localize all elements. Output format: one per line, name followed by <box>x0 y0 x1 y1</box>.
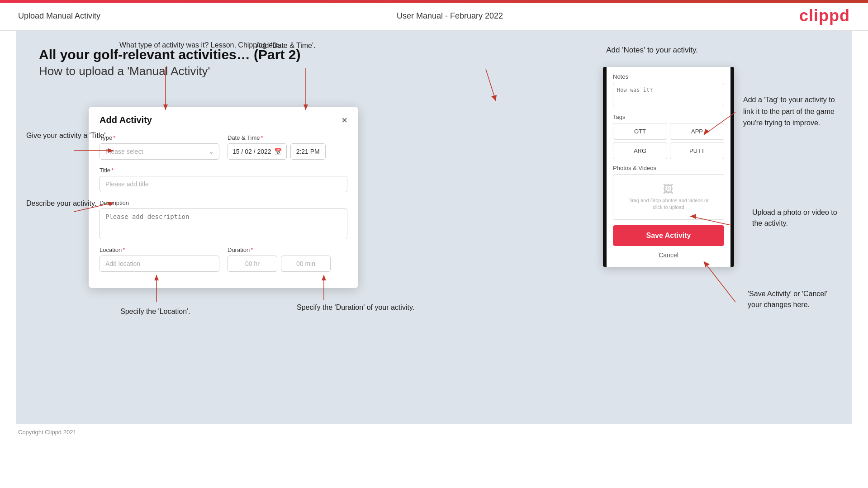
tag-arg[interactable]: ARG <box>613 142 667 159</box>
annotation-datetime: Add 'Date & Time'. <box>256 41 316 51</box>
dialog-header: Add Activity × <box>89 107 358 130</box>
photos-drop-area[interactable]: 🖼 Drag and Drop photos and videos orclic… <box>613 174 724 220</box>
logo: clippd <box>799 6 850 25</box>
title-group: Title* <box>100 167 347 192</box>
duration-inputs <box>228 256 347 272</box>
phone-panel: Notes Tags OTT APP ARG PUTT Photos & Vid… <box>603 67 734 267</box>
annotation-location: Specify the 'Location'. <box>120 307 190 317</box>
annotation-photo: Upload a photo or video to the activity. <box>752 207 843 229</box>
location-input[interactable] <box>100 256 219 272</box>
add-activity-dialog: Add Activity × Type* Please select ⌄ <box>89 107 358 288</box>
time-input[interactable]: 2:21 PM <box>290 143 326 160</box>
manual-label: User Manual - February 2022 <box>397 11 503 21</box>
notes-label: Notes <box>613 73 724 80</box>
date-input[interactable]: 15 / 02 / 2022 📅 <box>228 143 287 160</box>
annotation-save-cancel: 'Save Activity' or 'Cancel' your changes… <box>748 289 843 310</box>
dialog-title: Add Activity <box>100 115 152 125</box>
duration-group: Duration* <box>228 246 347 272</box>
datetime-group: Date & Time* 15 / 02 / 2022 📅 2:21 PM <box>228 134 347 160</box>
annotation-title: Give your activity a 'Title'. <box>26 130 108 141</box>
tags-section: Tags OTT APP ARG PUTT <box>613 114 724 159</box>
tags-grid: OTT APP ARG PUTT <box>613 123 724 159</box>
title-input[interactable] <box>100 176 347 192</box>
tag-putt[interactable]: PUTT <box>670 142 724 159</box>
cancel-button[interactable]: Cancel <box>659 250 678 261</box>
form-row-type-datetime: Type* Please select ⌄ Date & Time* <box>100 134 347 160</box>
annotation-describe: Describe your activity. <box>26 198 96 209</box>
description-label: Description <box>100 199 347 206</box>
form-row-location-duration: Location* Duration* <box>100 246 347 272</box>
location-label: Location* <box>100 246 219 253</box>
datetime-label: Date & Time* <box>228 134 347 141</box>
dialog-close-button[interactable]: × <box>342 115 347 125</box>
tags-label: Tags <box>613 114 724 120</box>
phone-panel-inner: Notes Tags OTT APP ARG PUTT Photos & Vid… <box>607 67 730 267</box>
duration-min-input[interactable] <box>281 256 331 272</box>
dialog-body: Type* Please select ⌄ Date & Time* <box>89 130 358 288</box>
main-content: All your golf-relevant activities… (Part… <box>16 31 852 424</box>
title-label: Title* <box>100 167 347 174</box>
annotation-duration: Specify the 'Duration' of your activity. <box>297 302 414 313</box>
svg-marker-13 <box>491 95 497 101</box>
photos-drop-text: Drag and Drop photos and videos orclick … <box>617 197 720 211</box>
copyright: Copyright Clippd 2021 <box>0 424 868 440</box>
tag-ott[interactable]: OTT <box>613 123 667 140</box>
location-group: Location* <box>100 246 219 272</box>
photos-label: Photos & Videos <box>613 165 724 171</box>
description-group: Description <box>100 199 347 239</box>
duration-hr-input[interactable] <box>228 256 277 272</box>
type-label: Type* <box>100 134 219 141</box>
photos-section: Photos & Videos 🖼 Drag and Drop photos a… <box>613 165 724 220</box>
notes-section: Notes <box>613 73 724 108</box>
upload-icon: 🖼 <box>617 183 720 195</box>
calendar-icon: 📅 <box>274 148 282 155</box>
annotation-notes: Add 'Notes' to your activity. <box>606 44 698 56</box>
type-select-wrapper[interactable]: Please select ⌄ <box>100 143 219 160</box>
duration-label: Duration* <box>228 246 347 253</box>
svg-line-18 <box>704 261 735 302</box>
save-activity-button[interactable]: Save Activity <box>613 225 724 246</box>
notes-input[interactable] <box>613 83 724 106</box>
type-group: Type* Please select ⌄ <box>100 134 219 160</box>
tag-app[interactable]: APP <box>670 123 724 140</box>
datetime-inputs: 15 / 02 / 2022 📅 2:21 PM <box>228 143 347 160</box>
dialog-wrapper: Add Activity × Type* Please select ⌄ <box>89 107 358 288</box>
description-input[interactable] <box>100 208 347 239</box>
page-title: Upload Manual Activity <box>18 11 100 21</box>
type-select[interactable]: Please select <box>100 143 219 160</box>
annotation-tag: Add a 'Tag' to your activity to link it … <box>743 94 843 129</box>
